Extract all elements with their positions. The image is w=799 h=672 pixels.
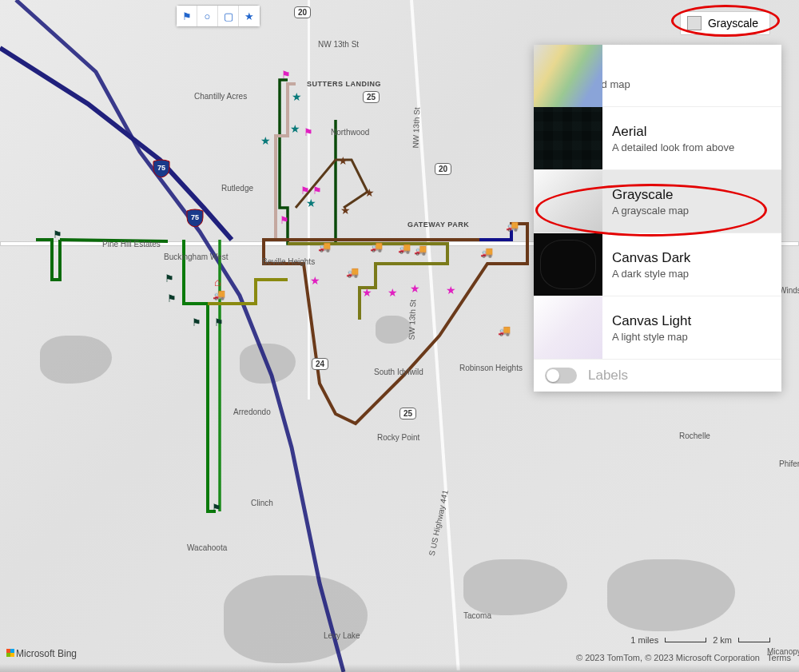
- interstate-shield-icon: 75: [185, 208, 205, 227]
- toggle-knob-icon: [547, 369, 559, 382]
- labels-toggle[interactable]: [545, 368, 577, 384]
- svg-text:75: 75: [191, 213, 199, 221]
- layer-item-road[interactable]: Road A standard road map: [534, 45, 781, 107]
- route-badge: 25: [400, 408, 416, 420]
- dark-thumb-icon: [534, 233, 602, 296]
- layer-item-aerial[interactable]: Aerial A detailed look from above: [534, 107, 781, 170]
- layer-item-canvas-dark[interactable]: Canvas Dark A dark style map: [534, 233, 781, 296]
- place-label: Phifer: [779, 459, 799, 468]
- star-marker-icon[interactable]: ★: [292, 90, 303, 101]
- truck-marker-icon[interactable]: 🚚: [370, 241, 381, 252]
- place-label: Arredondo: [233, 408, 271, 416]
- bottom-shadow: [0, 664, 799, 672]
- layer-desc: A grayscale map: [612, 205, 689, 217]
- map-style-panel: Road A standard road map Aerial A detail…: [534, 45, 781, 392]
- flag-marker-icon[interactable]: ⚑: [281, 69, 292, 80]
- square-icon: ▢: [224, 10, 233, 22]
- route-badge: 25: [363, 91, 380, 103]
- map-style-label: Grayscale: [708, 17, 758, 30]
- layer-item-grayscale[interactable]: Grayscale A grayscale map: [534, 170, 781, 233]
- map-container[interactable]: 75 75 20 20 25 25 24 Chantilly Acres SUT…: [0, 0, 799, 672]
- flag-tool-button[interactable]: ⚑: [177, 6, 197, 26]
- flag-marker-icon[interactable]: ⚑: [53, 229, 64, 240]
- map-credits: © 2023 TomTom, © 2023 Microsoft Corporat…: [576, 653, 791, 662]
- truck-marker-icon[interactable]: 🚚: [506, 220, 517, 231]
- route-badge: 20: [294, 6, 311, 18]
- copyright-text: © 2023 TomTom, © 2023 Microsoft Corporat…: [576, 653, 760, 662]
- truck-marker-icon[interactable]: 🚚: [346, 266, 357, 277]
- flag-marker-icon[interactable]: ⚑: [312, 185, 324, 196]
- star-marker-icon[interactable]: ★: [338, 154, 349, 165]
- flag-marker-icon[interactable]: ⚑: [304, 126, 315, 137]
- star-marker-icon[interactable]: ★: [340, 204, 352, 215]
- truck-marker-icon[interactable]: 🚚: [498, 324, 509, 336]
- place-label: Northwood: [331, 128, 369, 137]
- terms-link[interactable]: Terms: [767, 653, 791, 662]
- place-label: Robinson Heights: [459, 364, 523, 372]
- truck-marker-icon[interactable]: 🚚: [398, 242, 409, 253]
- scale-miles-label: 1 miles: [630, 635, 658, 645]
- star-marker-icon[interactable]: ★: [446, 284, 457, 295]
- labels-toggle-row: Labels: [534, 360, 781, 392]
- map-style-button[interactable]: Grayscale: [680, 11, 770, 35]
- place-label: Beville Heights: [262, 257, 315, 266]
- truck-marker-icon[interactable]: 🚚: [414, 244, 425, 255]
- bing-logo: Microsoft Bing: [6, 648, 77, 659]
- street-label: NW 13th St: [411, 107, 422, 148]
- route-badge: 24: [312, 358, 328, 370]
- layer-title: Aerial: [612, 124, 734, 140]
- place-label: Pine Hill Estates: [102, 240, 161, 249]
- scale-km-label: 2 km: [713, 635, 732, 645]
- scale-segment-icon: [665, 638, 706, 642]
- road-thumb-icon: [534, 45, 602, 107]
- star-marker-icon[interactable]: ★: [290, 122, 301, 133]
- star-marker-icon[interactable]: ★: [410, 282, 421, 293]
- star-tool-button[interactable]: ★: [239, 6, 260, 26]
- flag-marker-icon[interactable]: ⚑: [214, 316, 225, 328]
- interstate-shield-icon: 75: [152, 158, 171, 177]
- flag-icon: ⚑: [182, 10, 192, 22]
- truck-marker-icon[interactable]: 🚚: [480, 246, 491, 257]
- place-label: Tacoma: [463, 611, 491, 620]
- flag-marker-icon[interactable]: ⚑: [165, 272, 176, 284]
- layer-desc: A dark style map: [612, 268, 690, 280]
- place-label: Buckingham West: [164, 252, 228, 261]
- place-label: Windsor: [779, 286, 799, 295]
- place-label: SUTTERS LANDING: [307, 80, 381, 88]
- place-label: Levy Lake: [324, 631, 360, 640]
- star-marker-icon[interactable]: ★: [260, 134, 272, 145]
- microsoft-logo-icon: [6, 649, 14, 657]
- layer-item-canvas-light[interactable]: Canvas Light A light style map: [534, 296, 781, 360]
- star-marker-icon[interactable]: ★: [306, 197, 317, 208]
- place-label: Clinch: [251, 499, 273, 507]
- route-badge: 20: [435, 163, 451, 175]
- scale-segment-icon: [738, 638, 770, 642]
- star-marker-icon[interactable]: ★: [388, 286, 399, 297]
- circle-tool-button[interactable]: ○: [197, 6, 218, 26]
- layer-title: Grayscale: [612, 187, 689, 203]
- home-marker-icon[interactable]: ⌂: [214, 276, 225, 287]
- bing-text: Microsoft Bing: [16, 648, 77, 659]
- star-marker-icon[interactable]: ★: [362, 286, 373, 297]
- star-marker-icon[interactable]: ★: [364, 186, 376, 197]
- place-label: Rochelle: [679, 431, 710, 440]
- street-label: SW 13th St: [407, 300, 418, 340]
- light-thumb-icon: [534, 296, 602, 359]
- layer-title: Canvas Dark: [612, 250, 690, 266]
- flag-marker-icon[interactable]: ⚑: [300, 185, 312, 196]
- place-label: South Idylwild: [374, 368, 423, 376]
- aerial-thumb-icon: [534, 107, 602, 169]
- truck-marker-icon[interactable]: 🚚: [318, 241, 329, 252]
- square-tool-button[interactable]: ▢: [218, 6, 239, 26]
- place-label: Wacahoota: [187, 543, 227, 552]
- star-marker-icon[interactable]: ★: [310, 274, 321, 285]
- flag-marker-icon[interactable]: ⚑: [212, 502, 223, 513]
- flag-marker-icon[interactable]: ⚑: [167, 292, 178, 304]
- truck-marker-icon[interactable]: 🚚: [213, 288, 224, 300]
- flag-marker-icon[interactable]: ⚑: [280, 214, 291, 225]
- flag-marker-icon[interactable]: ⚑: [192, 316, 203, 328]
- star-icon: ★: [244, 10, 254, 22]
- layer-title: Canvas Light: [612, 313, 691, 329]
- grayscale-thumb-icon: [534, 170, 602, 233]
- place-label: Rocky Point: [377, 433, 419, 442]
